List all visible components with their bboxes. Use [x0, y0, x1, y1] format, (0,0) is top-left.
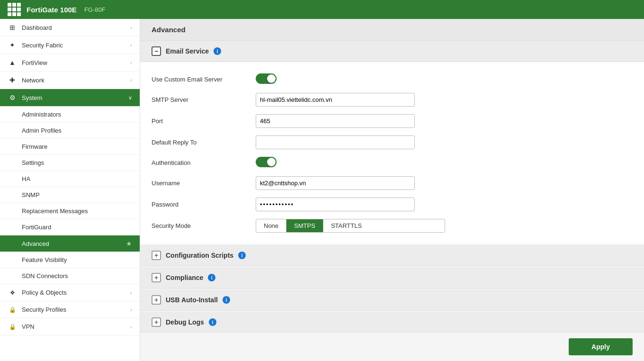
security-fabric-icon: ✦: [8, 41, 17, 49]
input-port[interactable]: [256, 114, 445, 128]
section-body-email: Use Custom Email Server SMTP Server: [140, 62, 644, 244]
label-username: Username: [152, 180, 256, 187]
input-username[interactable]: [256, 176, 445, 190]
chevron-right-icon: ›: [130, 307, 132, 313]
sidebar-sub-item-administrators[interactable]: Administrators: [0, 107, 140, 123]
info-icon-usb[interactable]: i: [223, 296, 230, 304]
info-icon-config[interactable]: i: [238, 252, 246, 259]
section-expand-btn[interactable]: +: [152, 273, 161, 282]
section-header-debug[interactable]: + Debug Logs i: [140, 312, 644, 333]
seg-btn-starttls[interactable]: STARTTLS: [323, 219, 369, 232]
sidebar-item-label: System: [22, 94, 124, 101]
policy-icon: ❖: [8, 289, 17, 296]
fortiview-icon: ▲: [8, 59, 17, 66]
sidebar-item-network[interactable]: ✚ Network ›: [0, 72, 140, 89]
label-smtp: SMTP Server: [152, 96, 256, 103]
section-header-usb[interactable]: + USB Auto-Install i: [140, 289, 644, 311]
sidebar: ⊞ Dashboard › ✦ Security Fabric › ▲ Fort…: [0, 19, 140, 361]
sidebar-item-label: Policy & Objects: [22, 289, 125, 296]
form-row-username: Username: [152, 172, 633, 194]
chevron-right-icon: ›: [130, 77, 132, 83]
section-expand-btn[interactable]: +: [152, 295, 161, 305]
section-header-config-scripts[interactable]: + Configuration Scripts i: [140, 245, 644, 266]
content-body: − Email Service i Use Custom Email Serve…: [140, 41, 644, 361]
sidebar-sub-item-snmp[interactable]: SNMP: [0, 187, 140, 203]
sidebar-item-system[interactable]: ⚙ System ∨: [0, 89, 140, 107]
seg-btn-none[interactable]: None: [256, 219, 286, 232]
form-row-port: Port: [152, 110, 633, 132]
toggle-thumb: [267, 158, 276, 166]
sidebar-item-security-fabric[interactable]: ✦ Security Fabric ›: [0, 36, 140, 54]
sidebar-item-label: Network: [22, 77, 125, 84]
section-title-email: Email Service: [166, 47, 209, 55]
form-row-reply-to: Default Reply To: [152, 132, 633, 153]
section-usb-auto-install: + USB Auto-Install i: [140, 289, 644, 311]
sidebar-sub-item-admin-profiles[interactable]: Admin Profiles: [0, 123, 140, 139]
section-title-config: Configuration Scripts: [166, 252, 233, 259]
section-header-compliance[interactable]: + Compliance i: [140, 267, 644, 289]
info-icon-email[interactable]: i: [214, 47, 221, 55]
section-collapse-btn[interactable]: −: [152, 46, 161, 56]
sidebar-sub-item-settings[interactable]: Settings: [0, 155, 140, 171]
sidebar-sub-item-fortiguard[interactable]: FortiGuard: [0, 219, 140, 235]
input-smtp[interactable]: [256, 93, 445, 107]
section-header-email-service[interactable]: − Email Service i: [140, 41, 644, 62]
toggle-switch-auth[interactable]: [256, 157, 277, 167]
section-title-compliance: Compliance: [166, 274, 203, 281]
info-icon-debug[interactable]: i: [209, 318, 216, 326]
sidebar-item-vpn[interactable]: 🔒 VPN ›: [0, 318, 140, 335]
smtp-server-input[interactable]: [256, 93, 415, 107]
security-profiles-icon: 🔒: [8, 307, 17, 313]
section-expand-btn[interactable]: +: [152, 317, 161, 327]
reply-to-input[interactable]: [256, 135, 415, 149]
form-row-smtp: SMTP Server: [152, 89, 633, 110]
username-input[interactable]: [256, 176, 415, 190]
sidebar-item-fortiview[interactable]: ▲ FortiView ›: [0, 54, 140, 72]
sidebar-sub-item-ha[interactable]: HA: [0, 171, 140, 187]
sidebar-item-policy-objects[interactable]: ❖ Policy & Objects ›: [0, 284, 140, 301]
section-expand-btn[interactable]: +: [152, 251, 161, 260]
sidebar-sub-item-label: Advanced: [22, 240, 49, 247]
chevron-right-icon: ›: [130, 290, 132, 296]
top-header: FortiGate 100E FG-80F: [0, 0, 644, 19]
star-icon[interactable]: ★: [126, 240, 132, 247]
port-input[interactable]: [256, 114, 415, 128]
app-name: FortiGate 100E: [27, 6, 77, 14]
section-compliance: + Compliance i: [140, 267, 644, 289]
section-title-usb: USB Auto-Install: [166, 296, 218, 304]
seg-btn-smtps[interactable]: SMTPS: [286, 219, 323, 232]
label-password: Password: [152, 201, 256, 208]
chevron-right-icon: ›: [130, 42, 132, 48]
input-reply-to[interactable]: [256, 135, 445, 149]
label-port: Port: [152, 117, 256, 125]
toggle-auth[interactable]: [256, 157, 445, 169]
section-config-scripts: + Configuration Scripts i: [140, 245, 644, 266]
sidebar-item-dashboard[interactable]: ⊞ Dashboard ›: [0, 19, 140, 36]
sidebar-item-label: Security Profiles: [22, 306, 125, 313]
label-reply-to: Default Reply To: [152, 139, 256, 146]
password-input[interactable]: [256, 198, 415, 211]
info-icon-compliance[interactable]: i: [208, 274, 215, 281]
form-row-custom-email: Use Custom Email Server: [152, 70, 633, 89]
sidebar-sub-item-firmware[interactable]: Firmware: [0, 139, 140, 155]
network-icon: ✚: [8, 76, 17, 84]
sidebar-item-label: FortiView: [22, 59, 125, 66]
bottom-bar: Apply: [140, 332, 644, 361]
chevron-down-icon: ∨: [128, 95, 132, 101]
apply-button[interactable]: Apply: [569, 338, 633, 355]
seg-btn-group: None SMTPS STARTTLS: [256, 219, 445, 233]
label-custom-email: Use Custom Email Server: [152, 76, 256, 83]
label-auth: Authentication: [152, 159, 256, 166]
sidebar-sub-item-advanced[interactable]: Advanced ★: [0, 235, 140, 252]
sidebar-item-security-profiles[interactable]: 🔒 Security Profiles ›: [0, 301, 140, 318]
input-password[interactable]: [256, 198, 445, 211]
label-security-mode: Security Mode: [152, 222, 256, 229]
sidebar-sub-item-feature-visibility[interactable]: Feature Visibility: [0, 252, 140, 268]
section-title-debug: Debug Logs: [166, 318, 204, 326]
toggle-custom-email[interactable]: [256, 73, 445, 85]
main-content: Advanced − Email Service i Use Custom Em…: [140, 19, 644, 361]
toggle-switch-custom-email[interactable]: [256, 73, 277, 84]
logo-grid: [8, 3, 21, 16]
sidebar-sub-item-sdn-connectors[interactable]: SDN Connectors: [0, 268, 140, 284]
sidebar-sub-item-replacement-messages[interactable]: Replacement Messages: [0, 203, 140, 219]
